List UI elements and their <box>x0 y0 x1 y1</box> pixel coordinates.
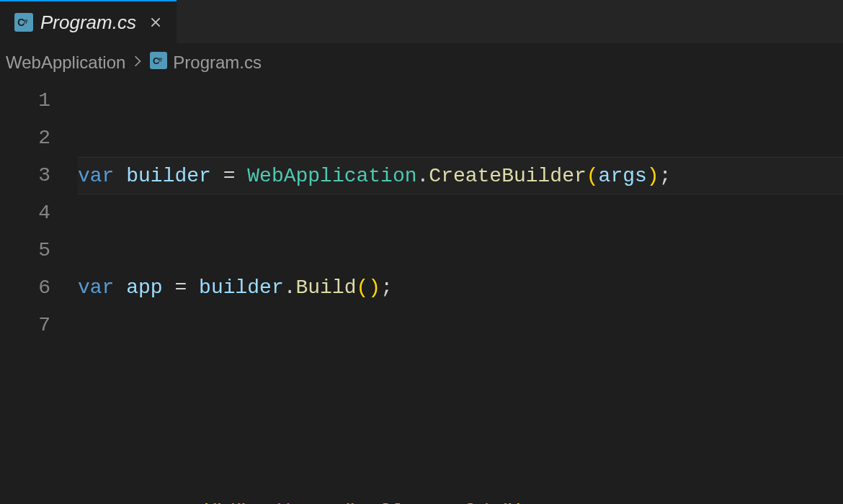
line-number: 4 <box>0 194 50 232</box>
csharp-icon: C # <box>14 13 33 32</box>
svg-text:#: # <box>159 56 162 63</box>
breadcrumbs: WebApplication C # Program.cs <box>0 43 843 82</box>
chevron-right-icon <box>131 55 144 71</box>
svg-text:#: # <box>24 17 28 25</box>
close-icon[interactable] <box>143 16 162 29</box>
tab-program-cs[interactable]: C # Program.cs <box>0 0 177 43</box>
line-number: 2 <box>0 120 50 157</box>
breadcrumb-label: WebApplication <box>6 53 125 73</box>
code-line[interactable]: var app = builder.Build(); <box>78 269 843 307</box>
csharp-icon: C # <box>150 52 167 73</box>
code-line[interactable] <box>78 382 843 419</box>
line-number: 3 <box>0 157 50 194</box>
line-number: 7 <box>0 307 50 344</box>
breadcrumb-label: Program.cs <box>173 53 262 73</box>
line-gutter: 1 2 3 4 5 6 7 <box>0 82 66 504</box>
code-line[interactable]: app.MapGet("/", () => "Hello World!"); <box>78 494 843 504</box>
line-number: 6 <box>0 269 50 307</box>
breadcrumb-program-cs[interactable]: C # Program.cs <box>150 52 262 73</box>
code-editor[interactable]: 1 2 3 4 5 6 7 var builder = WebApplicati… <box>0 82 843 504</box>
code-line[interactable]: var builder = WebApplication.CreateBuild… <box>78 157 843 194</box>
tab-bar: C # Program.cs <box>0 0 843 43</box>
code-content[interactable]: var builder = WebApplication.CreateBuild… <box>66 82 843 504</box>
line-number: 5 <box>0 232 50 269</box>
line-number: 1 <box>0 82 50 120</box>
tab-label: Program.cs <box>40 12 136 34</box>
breadcrumb-webapplication[interactable]: WebApplication <box>6 53 125 73</box>
